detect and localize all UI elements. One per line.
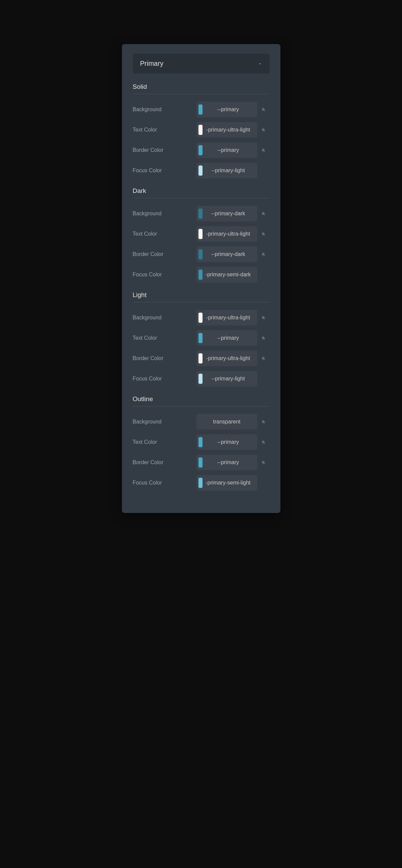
color-row: Focus Color-primary-semi-dark [133, 267, 270, 282]
color-value: --primary-dark [201, 211, 255, 217]
pick-cursor-icon[interactable] [259, 252, 268, 257]
color-chip[interactable]: transparent [196, 414, 257, 430]
row-label: Text Color [133, 439, 196, 445]
row-label: Background [133, 211, 196, 217]
color-chip[interactable]: --primary [196, 102, 257, 117]
color-row: Focus Color--primary-light [133, 371, 270, 387]
color-value: --primary-dark [201, 251, 255, 257]
color-value: -primary-ultra-light [201, 231, 255, 237]
color-value: --primary [201, 335, 255, 341]
row-label: Border Color [133, 355, 196, 361]
color-value: -primary-semi-light [201, 480, 255, 486]
row-label: Text Color [133, 335, 196, 341]
pick-cursor-icon[interactable] [259, 440, 268, 445]
color-chip[interactable]: -primary-ultra-light [196, 226, 257, 242]
color-chip[interactable]: --primary-light [196, 371, 257, 387]
pick-cursor-icon[interactable] [259, 107, 268, 112]
color-value: --primary-light [201, 167, 255, 174]
row-label: Focus Color [133, 376, 196, 382]
color-row: Backgroundtransparent [133, 414, 270, 430]
row-label: Border Color [133, 147, 196, 153]
row-label: Focus Color [133, 480, 196, 486]
section: SolidBackground--primaryText Color-prima… [133, 83, 270, 178]
color-row: Text Color--primary [133, 434, 270, 450]
pick-cursor-icon[interactable] [259, 336, 268, 340]
row-label: Focus Color [133, 167, 196, 174]
color-value: -primary-ultra-light [201, 315, 255, 321]
color-value: -primary-ultra-light [201, 127, 255, 133]
pick-cursor-icon[interactable] [259, 148, 268, 153]
color-chip[interactable]: --primary [196, 455, 257, 470]
color-value: --primary-light [201, 376, 255, 382]
section: DarkBackground--primary-darkText Color-p… [133, 187, 270, 282]
color-row: Background--primary [133, 102, 270, 117]
pick-cursor-icon[interactable] [259, 232, 268, 236]
pick-cursor-icon[interactable] [259, 127, 268, 132]
color-row: Text Color-primary-ultra-light [133, 122, 270, 138]
color-settings-panel: Primary SolidBackground--primaryText Col… [122, 44, 280, 513]
color-value: -primary-semi-dark [201, 272, 255, 278]
color-row: Background-primary-ultra-light [133, 310, 270, 326]
section-title: Outline [133, 395, 270, 407]
color-chip[interactable]: -primary-semi-light [196, 475, 257, 491]
pick-cursor-icon[interactable] [259, 315, 268, 320]
color-value: --primary [201, 147, 255, 153]
row-label: Text Color [133, 127, 196, 133]
color-row: Border Color--primary [133, 142, 270, 158]
section-title: Light [133, 291, 270, 302]
pick-cursor-icon[interactable] [259, 419, 268, 424]
row-label: Border Color [133, 251, 196, 257]
color-chip[interactable]: -primary-semi-dark [196, 267, 257, 282]
row-label: Background [133, 315, 196, 321]
row-label: Background [133, 106, 196, 113]
color-row: Focus Color-primary-semi-light [133, 475, 270, 491]
color-value: --primary [201, 459, 255, 466]
color-chip[interactable]: --primary [196, 330, 257, 346]
color-chip[interactable]: -primary-ultra-light [196, 310, 257, 326]
color-chip[interactable]: --primary [196, 142, 257, 158]
color-value: --primary [201, 106, 255, 113]
color-chip[interactable]: --primary-dark [196, 206, 257, 221]
row-label: Background [133, 419, 196, 425]
pick-cursor-icon[interactable] [259, 460, 268, 465]
color-row: Text Color--primary [133, 330, 270, 346]
pick-cursor-icon[interactable] [259, 356, 268, 361]
row-label: Focus Color [133, 272, 196, 278]
accordion-header[interactable]: Primary [133, 54, 270, 74]
section-title: Solid [133, 83, 270, 94]
row-label: Border Color [133, 459, 196, 466]
color-row: Background--primary-dark [133, 206, 270, 221]
color-chip[interactable]: --primary [196, 434, 257, 450]
color-row: Border Color--primary [133, 455, 270, 470]
pick-cursor-icon[interactable] [259, 211, 268, 216]
color-value: transparent [198, 419, 255, 425]
section: OutlineBackgroundtransparentText Color--… [133, 395, 270, 491]
section-title: Dark [133, 187, 270, 198]
accordion-title: Primary [140, 60, 164, 67]
color-row: Border Color-primary-ultra-light [133, 351, 270, 366]
color-row: Text Color-primary-ultra-light [133, 226, 270, 242]
color-chip[interactable]: -primary-ultra-light [196, 351, 257, 366]
color-row: Focus Color--primary-light [133, 163, 270, 178]
color-chip[interactable]: --primary-light [196, 163, 257, 178]
color-value: -primary-ultra-light [201, 355, 255, 361]
section: LightBackground-primary-ultra-lightText … [133, 291, 270, 387]
color-value: --primary [201, 439, 255, 445]
row-label: Text Color [133, 231, 196, 237]
color-chip[interactable]: --primary-dark [196, 246, 257, 262]
color-chip[interactable]: -primary-ultra-light [196, 122, 257, 138]
chevron-up-icon [258, 62, 262, 66]
color-row: Border Color--primary-dark [133, 246, 270, 262]
